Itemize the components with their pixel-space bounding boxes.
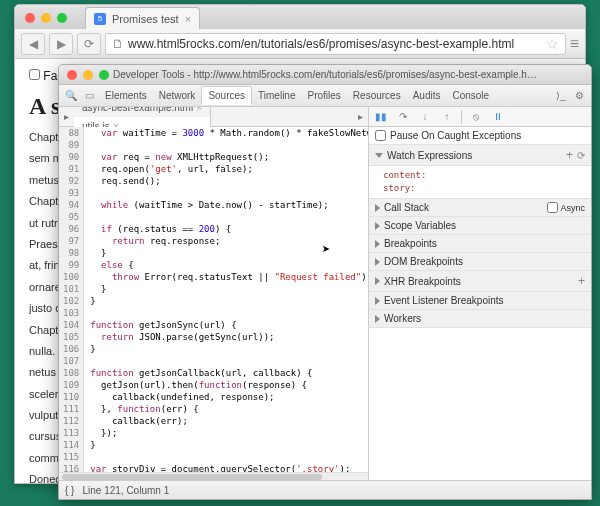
- chevron-right-icon: [375, 204, 380, 212]
- add-xhr-breakpoint-icon[interactable]: +: [578, 274, 585, 288]
- browser-toolbar: ◀ ▶ ⟳ 🗋 www.html5rocks.com/en/tutorials/…: [15, 29, 585, 59]
- panel-tab-timeline[interactable]: Timeline: [252, 87, 301, 104]
- devtools-panel-tabs: 🔍 ▭ ElementsNetworkSourcesTimelineProfil…: [59, 85, 591, 107]
- sidebar-section-scope-variables[interactable]: Scope Variables: [369, 217, 591, 235]
- section-label: XHR Breakpoints: [384, 276, 461, 287]
- section-label: Scope Variables: [384, 220, 456, 231]
- address-bar[interactable]: 🗋 www.html5rocks.com/en/tutorials/es6/pr…: [105, 33, 566, 55]
- async-checkbox-wrap[interactable]: Async: [547, 202, 585, 213]
- file-tab-bar: ▸ async-best-example.html×utils.js× ▸: [59, 107, 368, 127]
- panel-tab-console[interactable]: Console: [446, 87, 495, 104]
- panel-tab-resources[interactable]: Resources: [347, 87, 407, 104]
- cursor-position: Line 121, Column 1: [82, 485, 169, 496]
- bookmark-star-icon[interactable]: ☆: [546, 36, 559, 52]
- url-text: www.html5rocks.com/en/tutorials/es6/prom…: [128, 37, 514, 51]
- devtools-window-controls: [67, 70, 109, 80]
- navigator-toggle-icon[interactable]: ▸: [59, 111, 74, 122]
- fake-delay-checkbox[interactable]: [29, 69, 40, 80]
- browser-tab[interactable]: 5 Promises test ×: [85, 7, 200, 29]
- devtools-zoom-button[interactable]: [99, 70, 109, 80]
- watch-expressions-label: Watch Expressions: [387, 150, 472, 161]
- inspect-icon[interactable]: 🔍: [63, 88, 79, 104]
- devtools-status-bar: { } Line 121, Column 1: [59, 481, 591, 499]
- code-editor[interactable]: 8889909192939495969798991001011021031041…: [59, 127, 368, 472]
- sidebar-section-event-listener-breakpoints[interactable]: Event Listener Breakpoints: [369, 292, 591, 310]
- browser-tab-bar: 5 Promises test ×: [15, 5, 585, 29]
- panel-tab-profiles[interactable]: Profiles: [301, 87, 346, 104]
- sidebar-section-call-stack[interactable]: Call Stack Async: [369, 199, 591, 217]
- settings-icon[interactable]: ⚙: [571, 88, 587, 104]
- refresh-watch-icon[interactable]: ⟳: [577, 150, 585, 161]
- chevron-right-icon: [375, 240, 380, 248]
- section-label: DOM Breakpoints: [384, 256, 463, 267]
- chevron-right-icon: [375, 222, 380, 230]
- close-tab-icon[interactable]: ×: [185, 13, 191, 25]
- panel-tab-elements[interactable]: Elements: [99, 87, 153, 104]
- sidebar-section-workers[interactable]: Workers: [369, 310, 591, 328]
- debugger-toolbar: ▮▮ ↷ ↓ ↑ ⦸ ⏸: [369, 107, 591, 127]
- devtools-close-button[interactable]: [67, 70, 77, 80]
- close-file-icon[interactable]: ×: [196, 107, 202, 113]
- panel-tab-sources[interactable]: Sources: [201, 86, 252, 105]
- watch-expressions-header[interactable]: Watch Expressions + ⟳: [369, 145, 591, 166]
- pause-button[interactable]: ▮▮: [373, 109, 389, 125]
- sources-pane: ▸ async-best-example.html×utils.js× ▸ 88…: [59, 107, 369, 480]
- step-over-button[interactable]: ↷: [395, 109, 411, 125]
- chrome-menu-icon[interactable]: ≡: [570, 35, 579, 53]
- tab-title: Promises test: [112, 13, 179, 25]
- deactivate-breakpoints-button[interactable]: ⦸: [468, 109, 484, 125]
- device-mode-icon[interactable]: ▭: [81, 88, 97, 104]
- reload-button[interactable]: ⟳: [77, 33, 101, 55]
- minimize-window-button[interactable]: [41, 13, 51, 23]
- favicon-icon: 5: [94, 13, 106, 25]
- more-tabs-icon[interactable]: ▸: [353, 111, 368, 122]
- chevron-down-icon: [375, 153, 383, 158]
- globe-icon: 🗋: [112, 37, 124, 51]
- scrollbar-thumb[interactable]: [62, 474, 322, 480]
- line-gutter: 8889909192939495969798991001011021031041…: [59, 127, 84, 472]
- step-into-button[interactable]: ↓: [417, 109, 433, 125]
- watch-expression[interactable]: content:: [383, 169, 577, 182]
- devtools-minimize-button[interactable]: [83, 70, 93, 80]
- devtools-window: Developer Tools - http://www.html5rocks.…: [58, 64, 592, 500]
- show-drawer-icon[interactable]: ⟩_: [553, 88, 569, 104]
- braces-icon[interactable]: { }: [65, 485, 74, 496]
- sidebar-section-xhr-breakpoints[interactable]: XHR Breakpoints+: [369, 271, 591, 292]
- forward-button[interactable]: ▶: [49, 33, 73, 55]
- add-watch-icon[interactable]: +: [566, 148, 573, 162]
- sidebar-section-dom-breakpoints[interactable]: DOM Breakpoints: [369, 253, 591, 271]
- panel-tab-audits[interactable]: Audits: [407, 87, 447, 104]
- file-tab[interactable]: async-best-example.html×: [74, 107, 211, 117]
- async-label: Async: [560, 203, 585, 213]
- panel-tab-network[interactable]: Network: [153, 87, 202, 104]
- pause-on-caught-row[interactable]: Pause On Caught Exceptions: [369, 127, 591, 145]
- devtools-title-text: Developer Tools - http://www.html5rocks.…: [113, 69, 537, 80]
- section-label: Event Listener Breakpoints: [384, 295, 504, 306]
- section-label: Breakpoints: [384, 238, 437, 249]
- devtools-body: ▸ async-best-example.html×utils.js× ▸ 88…: [59, 107, 591, 481]
- sidebar-section-breakpoints[interactable]: Breakpoints: [369, 235, 591, 253]
- close-window-button[interactable]: [25, 13, 35, 23]
- chevron-right-icon: [375, 315, 380, 323]
- code-lines[interactable]: var waitTime = 3000 * Math.random() * fa…: [84, 127, 368, 472]
- chevron-right-icon: [375, 297, 380, 305]
- window-controls: [25, 13, 67, 23]
- step-out-button[interactable]: ↑: [439, 109, 455, 125]
- section-label: Workers: [384, 313, 421, 324]
- async-checkbox[interactable]: [547, 202, 558, 213]
- toolbar-separator: [461, 110, 462, 124]
- mouse-pointer-icon: ➤: [322, 243, 330, 255]
- devtools-titlebar: Developer Tools - http://www.html5rocks.…: [59, 65, 591, 85]
- horizontal-scrollbar[interactable]: [59, 472, 368, 480]
- chevron-right-icon: [375, 277, 380, 285]
- watch-expression[interactable]: story:: [383, 182, 577, 195]
- pause-on-caught-label: Pause On Caught Exceptions: [390, 130, 521, 141]
- section-label: Call Stack: [384, 202, 429, 213]
- debugger-sidebar: ▮▮ ↷ ↓ ↑ ⦸ ⏸ Pause On Caught Exceptions …: [369, 107, 591, 480]
- pause-on-exceptions-button[interactable]: ⏸: [490, 109, 506, 125]
- watch-expressions-body: content: story:: [369, 166, 591, 199]
- zoom-window-button[interactable]: [57, 13, 67, 23]
- pause-on-caught-checkbox[interactable]: [375, 130, 386, 141]
- chevron-right-icon: [375, 258, 380, 266]
- back-button[interactable]: ◀: [21, 33, 45, 55]
